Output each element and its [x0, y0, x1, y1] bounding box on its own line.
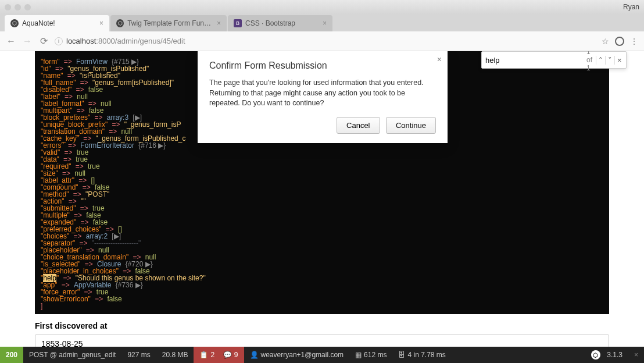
symfony-icon: ⬡: [591, 350, 600, 360]
tab-twig[interactable]: ⬡ Twig Template Form Function ×: [110, 15, 227, 31]
search-next-icon[interactable]: ˅: [605, 56, 614, 65]
symfony-icon: ⬡: [10, 19, 19, 27]
bookmark-star-icon[interactable]: ☆: [602, 37, 609, 46]
form-field-first-discovered: First discovered at: [35, 321, 609, 347]
twig-cell[interactable]: ▦612 ms: [349, 347, 392, 363]
dialog-body: The page that you're looking for used in…: [209, 78, 436, 109]
info-icon: i: [55, 37, 63, 45]
find-in-page-bar: 1 of 1 ˄ ˅ ×: [481, 51, 627, 69]
memory-cell[interactable]: 20.8 MB: [156, 347, 194, 363]
status-badge[interactable]: 200: [0, 347, 23, 363]
search-prev-icon[interactable]: ˄: [596, 56, 605, 65]
continue-button[interactable]: Continue: [386, 117, 436, 134]
user-cell[interactable]: 👤weaverryan+1@gmail.com: [244, 347, 350, 363]
extension-icon[interactable]: [615, 37, 624, 46]
browser-toolbar: ← → ⟳ i localhost:8000/admin/genus/45/ed…: [0, 31, 644, 51]
tab-label: Twig Template Form Function: [127, 19, 213, 27]
database-icon: 🗄: [398, 351, 405, 359]
field-label: First discovered at: [35, 321, 609, 330]
close-icon[interactable]: ×: [217, 19, 221, 27]
tab-label: AquaNote!: [22, 19, 55, 27]
address-bar[interactable]: i localhost:8000/admin/genus/45/edit: [55, 37, 596, 45]
bootstrap-icon: B: [234, 19, 242, 27]
close-icon[interactable]: ×: [99, 19, 103, 27]
clipboard-icon: 📋: [199, 351, 208, 359]
translation-icon: 💬: [223, 351, 232, 359]
forward-button[interactable]: →: [22, 36, 33, 47]
reload-button[interactable]: ⟳: [38, 35, 49, 47]
toolbar-close-icon[interactable]: ×: [628, 351, 644, 359]
url-port: :8000: [96, 37, 115, 45]
symfony-toolbar: 200 POST @ admin_genus_edit 927 ms 20.8 …: [0, 347, 644, 363]
tab-bootstrap[interactable]: B CSS · Bootstrap ×: [228, 15, 332, 31]
twig-icon: ▦: [355, 351, 362, 359]
user-icon: 👤: [250, 351, 259, 359]
os-user: Ryan: [623, 3, 639, 11]
tab-aquanote[interactable]: ⬡ AquaNote! ×: [5, 15, 109, 31]
db-cell[interactable]: 🗄4 in 7.78 ms: [392, 347, 451, 363]
first-discovered-input[interactable]: [35, 334, 609, 347]
forms-cell[interactable]: 📋2 💬9: [194, 347, 244, 363]
url-host: localhost: [66, 37, 96, 45]
dialog-title: Confirm Form Resubmission: [209, 61, 436, 71]
url-path: /admin/genus/45/edit: [115, 37, 185, 45]
confirm-resubmission-dialog: × Confirm Form Resubmission The page tha…: [198, 51, 448, 143]
back-button[interactable]: ←: [6, 36, 16, 47]
search-count: 1 of 1: [586, 51, 592, 72]
browser-tabbar: ⬡ AquaNote! × ⬡ Twig Template Form Funct…: [0, 14, 644, 31]
window-titlebar: Ryan: [0, 0, 644, 14]
version-cell[interactable]: ⬡ 3.1.3: [585, 347, 628, 363]
time-cell[interactable]: 927 ms: [121, 347, 156, 363]
tab-label: CSS · Bootstrap: [245, 19, 295, 27]
search-close-icon[interactable]: ×: [614, 56, 624, 65]
route-cell[interactable]: POST @ admin_genus_edit: [23, 347, 121, 363]
search-input[interactable]: [485, 56, 583, 65]
close-icon[interactable]: ×: [323, 19, 327, 27]
traffic-lights: [5, 4, 31, 10]
cancel-button[interactable]: Cancel: [337, 117, 380, 134]
page-content: "form" => FormView {#715 ▶} "id" => "gen…: [0, 51, 644, 347]
menu-icon[interactable]: ⋮: [630, 37, 638, 46]
close-icon[interactable]: ×: [437, 55, 442, 64]
symfony-icon: ⬡: [116, 19, 124, 27]
